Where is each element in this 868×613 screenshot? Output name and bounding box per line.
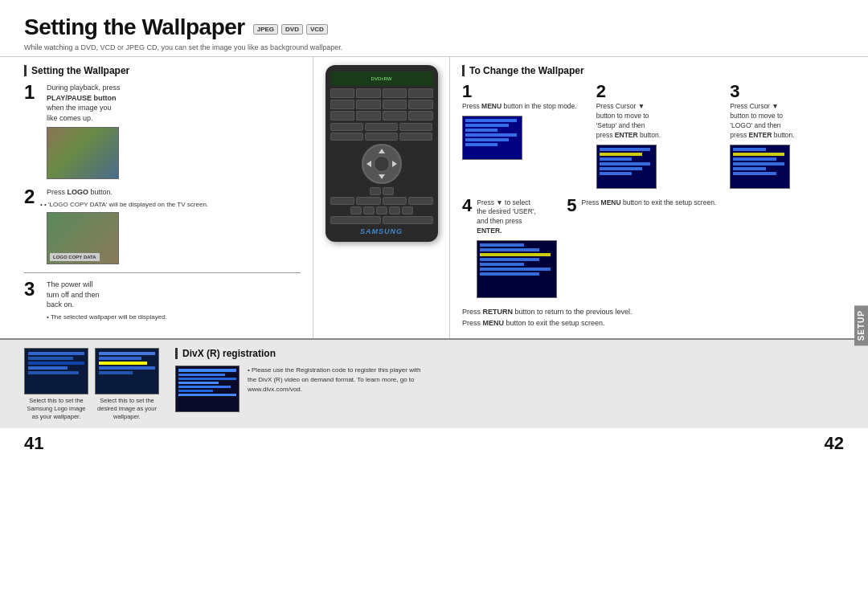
right-step2-text: Press Cursor ▼ button to move to 'Setup'… <box>596 102 723 141</box>
remote-btn-pause[interactable] <box>402 206 413 215</box>
remote-display-text: DVD±RW <box>371 76 392 81</box>
badge-jpeg: JPEG <box>253 24 278 35</box>
right-step1-text: Press MENU button in the stop mode. <box>462 102 588 112</box>
remote-row-1 <box>330 123 433 131</box>
right-step3-screen <box>730 145 790 189</box>
bottom-screen-1-content <box>25 349 88 394</box>
remote-control: DVD±RW <box>326 65 438 242</box>
screen-menu-2 <box>597 145 656 188</box>
step3-content: The power will turn off and then back on… <box>47 280 301 321</box>
page-number-left: 41 <box>24 433 43 454</box>
remote-btn-row1-2[interactable] <box>365 123 398 131</box>
remote-btn-0[interactable] <box>356 111 381 121</box>
bottom-screen-1 <box>24 348 88 394</box>
right-steps-row: 1 Press MENU button in the stop mode. <box>462 83 856 189</box>
remote-btn-c[interactable] <box>383 197 407 205</box>
remote-btn-return[interactable] <box>383 187 394 195</box>
return-note: Press RETURN button to return to the pre… <box>462 308 856 316</box>
right-step-5: 5 Press MENU button to exit the setup sc… <box>567 197 716 215</box>
remote-btn-5[interactable] <box>330 100 355 109</box>
left-section-title: Setting the Wallpaper <box>24 65 301 76</box>
remote-btn-a[interactable] <box>383 111 407 121</box>
remote-btn-menu[interactable] <box>370 187 381 195</box>
right-step5-number: 5 <box>567 197 576 215</box>
left-step-1: 1 During playback, press PLAY/PAUSE butt… <box>24 83 301 179</box>
remote-btn-d[interactable] <box>408 197 433 205</box>
remote-nav-left[interactable] <box>366 161 371 167</box>
remote-number-section <box>330 88 433 121</box>
remote-btn-row2-1[interactable] <box>330 133 363 141</box>
step2-content: Press LOGO button. • 'LOGO COPY DATA' wi… <box>47 187 301 264</box>
page-title: Setting the Wallpaper <box>24 14 245 40</box>
page-wrapper: Setting the Wallpaper JPEG DVD VCD While… <box>0 0 868 613</box>
right-step4-text: Press ▼ to select the desired 'USER', an… <box>477 198 557 237</box>
right-step2-screen <box>596 145 657 189</box>
remote-nav-right[interactable] <box>392 161 397 167</box>
remote-nav[interactable] <box>362 144 402 184</box>
step1-number: 1 <box>24 83 40 102</box>
remote-btn-row2-3[interactable] <box>399 133 432 141</box>
right-panel: To Change the Wallpaper 1 Press MENU but… <box>450 57 868 338</box>
remote-btn-red[interactable] <box>330 197 355 205</box>
bottom-section: Select this to set the Samsung Logo imag… <box>0 338 868 428</box>
right-step-2: 2 Press Cursor ▼ button to move to 'Setu… <box>596 83 723 189</box>
remote-btn-6[interactable] <box>356 100 381 109</box>
remote-btn-3[interactable] <box>383 88 407 98</box>
right-step4-screen <box>477 240 557 298</box>
screen-menu-3 <box>731 145 789 188</box>
badge-dvd: DVD <box>281 24 303 35</box>
menu-note: Press MENU button to exit the setup scre… <box>462 319 856 327</box>
remote-btn-2[interactable] <box>356 88 381 98</box>
center-panel: DVD±RW <box>313 57 450 338</box>
page-header: Setting the Wallpaper JPEG DVD VCD While… <box>0 0 868 57</box>
screen-photo-1 <box>47 128 118 178</box>
right-step1-number: 1 <box>462 83 588 100</box>
right-step2-number: 2 <box>596 83 723 100</box>
remote-btn-blue[interactable] <box>356 197 381 205</box>
remote-btn-8[interactable] <box>408 100 433 109</box>
page-numbers: 41 42 <box>0 428 868 459</box>
step1-content: During playback, press PLAY/PAUSE button… <box>47 83 301 179</box>
left-panel: Setting the Wallpaper 1 During playback,… <box>0 57 313 338</box>
format-badges: JPEG DVD VCD <box>253 24 328 35</box>
remote-display: DVD±RW <box>330 72 433 86</box>
step2-number: 2 <box>24 187 40 206</box>
remote-row-4 <box>330 197 433 205</box>
remote-btn-row1-3[interactable] <box>399 123 432 131</box>
remote-num-grid <box>330 88 433 121</box>
bottom-screen-2-content <box>96 349 158 394</box>
divx-screen <box>175 366 240 412</box>
remote-btn-9[interactable] <box>330 111 355 121</box>
right-step-1: 1 Press MENU button in the stop mode. <box>462 83 588 189</box>
remote-btn-stop[interactable] <box>389 206 400 215</box>
step3-note: • The selected wallpaper will be display… <box>47 313 301 321</box>
remote-nav-up[interactable] <box>379 149 385 153</box>
badge-vcd: VCD <box>306 24 328 35</box>
remote-btn-b[interactable] <box>408 111 433 121</box>
step1-screen <box>47 127 119 179</box>
remote-btn-prev[interactable] <box>350 206 362 215</box>
remote-btn-7[interactable] <box>383 100 407 109</box>
remote-btn-next[interactable] <box>376 206 387 215</box>
remote-btn-play[interactable] <box>363 206 375 215</box>
remote-btn-row1-1[interactable] <box>330 123 363 131</box>
step4-5-row: 4 Press ▼ to select the desired 'USER', … <box>462 197 856 299</box>
remote-nav-down[interactable] <box>379 174 385 179</box>
remote-nav-enter[interactable] <box>374 156 390 172</box>
remote-btn-f[interactable] <box>383 216 433 224</box>
remote-btn-e[interactable] <box>330 216 381 224</box>
right-step-3: 3 Press Cursor ▼ button to move to 'LOGO… <box>730 83 856 189</box>
remote-btn-1[interactable] <box>330 88 355 98</box>
page-number-right: 42 <box>825 433 844 454</box>
remote-row-2 <box>330 133 433 141</box>
remote-row-5 <box>330 206 433 215</box>
remote-btn-row2-2[interactable] <box>365 133 398 141</box>
bottom-screen-2-item: Select this to set the desired image as … <box>95 348 159 420</box>
right-section-title: To Change the Wallpaper <box>462 65 856 76</box>
right-step3-text: Press Cursor ▼ button to move to 'LOGO' … <box>730 102 856 141</box>
remote-btn-4[interactable] <box>408 88 433 98</box>
screen-menu-1 <box>463 116 522 159</box>
bottom-screen-thumbs: Select this to set the Samsung Logo imag… <box>24 348 159 420</box>
return-menu-notes: Press RETURN button to return to the pre… <box>462 308 856 327</box>
divider-1 <box>24 272 301 273</box>
